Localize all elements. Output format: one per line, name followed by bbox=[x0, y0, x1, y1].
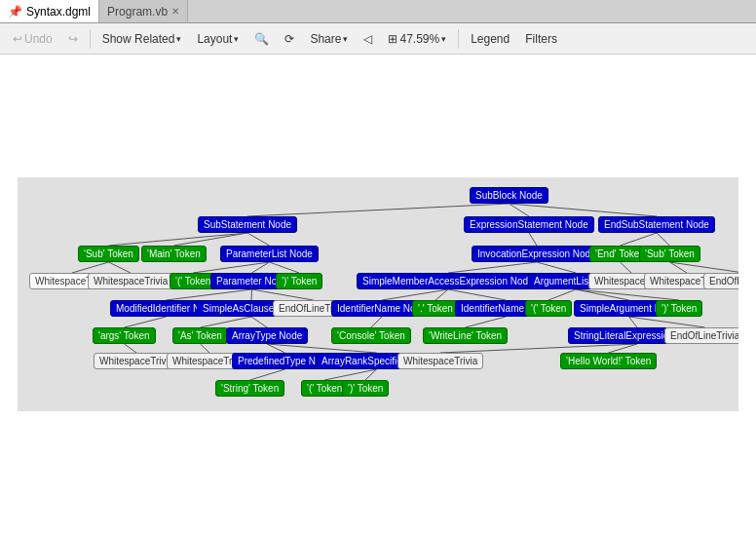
svg-line-34 bbox=[629, 317, 705, 327]
tab-bar: 📌 Syntax.dgml Program.vb ✕ bbox=[0, 0, 756, 23]
refresh-button[interactable]: ⟳ bbox=[278, 28, 301, 50]
svg-line-16 bbox=[621, 262, 632, 273]
svg-line-33 bbox=[629, 317, 638, 327]
svg-line-35 bbox=[125, 344, 137, 353]
node-n2[interactable]: SubStatement Node bbox=[198, 216, 297, 233]
node-n10[interactable]: 'Sub' Token bbox=[639, 246, 700, 262]
undo-button[interactable]: ↩ Undo bbox=[6, 28, 59, 50]
tab-syntax[interactable]: 📌 Syntax.dgml bbox=[0, 0, 99, 22]
zoom-dropdown-icon: ▾ bbox=[441, 34, 446, 44]
svg-line-12 bbox=[252, 262, 270, 273]
svg-line-4 bbox=[174, 233, 248, 246]
svg-line-36 bbox=[201, 344, 210, 353]
svg-line-13 bbox=[270, 262, 300, 273]
back-icon: ◁ bbox=[363, 32, 372, 46]
layout-button[interactable]: Layout ▾ bbox=[190, 28, 246, 50]
zoom-icon: ⊞ bbox=[388, 32, 397, 46]
svg-line-40 bbox=[609, 344, 638, 353]
svg-line-10 bbox=[109, 262, 132, 273]
redo-icon: ↪ bbox=[68, 32, 78, 46]
svg-line-38 bbox=[267, 344, 377, 353]
node-n43[interactable]: 'String' Token bbox=[215, 380, 284, 397]
node-n34[interactable]: 'WriteLine' Token bbox=[423, 327, 508, 344]
svg-line-8 bbox=[657, 233, 670, 246]
separator-2 bbox=[458, 29, 459, 49]
search-icon: 🔍 bbox=[254, 32, 269, 46]
svg-line-6 bbox=[529, 233, 537, 246]
node-n32[interactable]: ArrayType Node bbox=[226, 327, 308, 344]
svg-line-0 bbox=[247, 204, 510, 216]
svg-line-39 bbox=[440, 344, 637, 353]
layout-dropdown-icon: ▾ bbox=[234, 34, 239, 44]
svg-line-22 bbox=[382, 289, 448, 300]
svg-line-27 bbox=[576, 289, 679, 300]
svg-line-21 bbox=[252, 289, 314, 300]
node-n25[interactable]: '.' Token bbox=[412, 300, 459, 317]
svg-line-18 bbox=[670, 262, 739, 273]
tab-program[interactable]: Program.vb ✕ bbox=[99, 0, 188, 22]
node-n16[interactable]: SimpleMemberAccessExpression Node bbox=[357, 273, 540, 289]
node-n29[interactable]: ')' Token bbox=[656, 300, 702, 317]
svg-line-11 bbox=[193, 262, 270, 273]
svg-line-19 bbox=[167, 289, 252, 300]
svg-line-14 bbox=[448, 262, 537, 273]
share-button[interactable]: Share ▾ bbox=[303, 28, 355, 50]
svg-line-5 bbox=[247, 233, 270, 246]
search-button[interactable]: 🔍 bbox=[247, 28, 276, 50]
svg-line-24 bbox=[448, 289, 506, 300]
svg-line-26 bbox=[576, 289, 629, 300]
svg-line-25 bbox=[548, 289, 576, 300]
node-n45[interactable]: ')' Token bbox=[342, 380, 389, 397]
node-n20[interactable]: EndOfLineTrivia bbox=[703, 273, 738, 289]
svg-line-3 bbox=[109, 233, 248, 246]
svg-line-17 bbox=[670, 262, 688, 273]
svg-line-41 bbox=[250, 369, 285, 380]
node-n6[interactable]: 'Main' Token bbox=[141, 246, 207, 262]
share-dropdown-icon: ▾ bbox=[343, 34, 348, 44]
legend-button[interactable]: Legend bbox=[464, 28, 516, 50]
svg-line-28 bbox=[125, 317, 167, 327]
zoom-button[interactable]: ⊞ 47.59% ▾ bbox=[381, 28, 453, 50]
svg-line-15 bbox=[537, 262, 576, 273]
node-n41[interactable]: WhitespaceTrivia bbox=[397, 353, 483, 369]
svg-line-32 bbox=[466, 317, 507, 327]
node-n30[interactable]: 'args' Token bbox=[93, 327, 156, 344]
undo-icon: ↩ bbox=[13, 32, 22, 46]
node-n36[interactable]: EndOfLineTrivia bbox=[664, 327, 738, 344]
toolbar: ↩ Undo ↪ Show Related ▾ Layout ▾ 🔍 ⟳ Sha… bbox=[0, 23, 756, 55]
node-n31[interactable]: 'As' Token bbox=[172, 327, 228, 344]
svg-line-7 bbox=[621, 233, 658, 246]
back-button[interactable]: ◁ bbox=[357, 28, 379, 50]
tab-pin-icon: 📌 bbox=[8, 5, 22, 19]
node-n42[interactable]: 'Hello World!' Token bbox=[560, 353, 657, 369]
node-n33[interactable]: 'Console' Token bbox=[331, 327, 411, 344]
svg-line-9 bbox=[72, 262, 109, 273]
svg-line-30 bbox=[251, 317, 267, 327]
svg-line-31 bbox=[371, 317, 382, 327]
tab-spacer bbox=[188, 0, 756, 22]
node-n3[interactable]: ExpressionStatement Node bbox=[464, 216, 594, 233]
svg-line-43 bbox=[365, 369, 377, 380]
node-n12[interactable]: WhitespaceTrivia bbox=[88, 273, 173, 289]
show-related-dropdown-icon: ▾ bbox=[176, 34, 181, 44]
redo-button[interactable]: ↪ bbox=[61, 28, 85, 50]
node-n15[interactable]: ')' Token bbox=[276, 273, 322, 289]
node-n4[interactable]: EndSubStatement Node bbox=[598, 216, 715, 233]
tab-close-icon[interactable]: ✕ bbox=[171, 6, 179, 17]
svg-line-23 bbox=[435, 289, 448, 300]
svg-line-1 bbox=[510, 204, 530, 216]
node-n5[interactable]: 'Sub' Token bbox=[78, 246, 139, 262]
diagram-canvas[interactable]: SubBlock NodeSubStatement NodeExpression… bbox=[18, 177, 738, 411]
svg-line-20 bbox=[251, 289, 252, 300]
node-n8[interactable]: InvocationExpression Node bbox=[472, 246, 602, 262]
show-related-button[interactable]: Show Related ▾ bbox=[95, 28, 189, 50]
node-n7[interactable]: ParameterList Node bbox=[220, 246, 319, 262]
refresh-icon: ⟳ bbox=[284, 32, 294, 46]
svg-line-42 bbox=[324, 369, 377, 380]
filters-button[interactable]: Filters bbox=[518, 28, 564, 50]
node-n1[interactable]: SubBlock Node bbox=[470, 187, 548, 204]
node-n27[interactable]: '(' Token bbox=[525, 300, 572, 317]
separator-1 bbox=[90, 29, 91, 49]
svg-line-29 bbox=[201, 317, 252, 327]
svg-line-37 bbox=[267, 344, 285, 353]
